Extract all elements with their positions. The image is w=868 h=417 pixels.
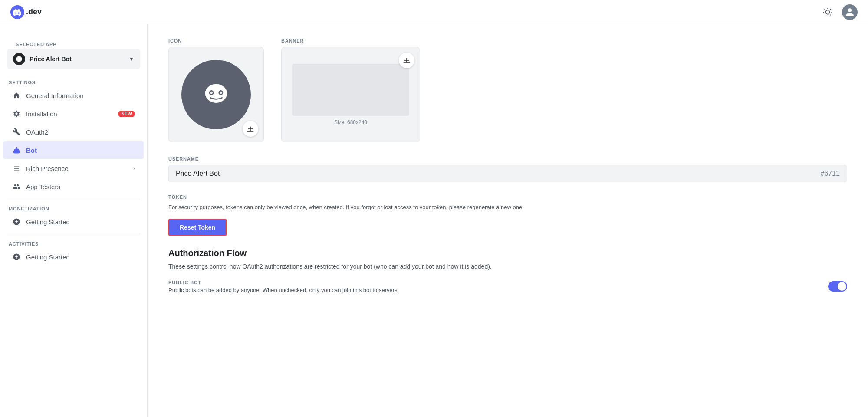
sidebar-item-apptesters-label: App Testers [26, 183, 135, 190]
sidebar-item-mon-getting-started-label: Getting Started [26, 218, 135, 226]
sidebar-item-installation[interactable]: Installation NEW [3, 105, 144, 122]
token-description: For security purposes, tokens can only b… [168, 203, 847, 212]
main-layout: SELECTED APP Price Alert Bot ▼ SETTINGS … [0, 24, 868, 417]
new-badge: NEW [118, 111, 135, 117]
logo-text: .dev [26, 7, 42, 16]
divider-2 [7, 234, 140, 234]
username-input-row: Price Alert Bot #6711 [168, 165, 847, 182]
svg-line-5 [830, 14, 831, 15]
icon-upload-button[interactable] [243, 121, 258, 137]
sidebar-item-mon-getting-started[interactable]: Getting Started [3, 213, 144, 230]
bot-icon-preview [181, 60, 251, 129]
svg-rect-21 [247, 131, 254, 132]
username-label: USERNAME [168, 156, 847, 161]
svg-rect-22 [404, 62, 410, 63]
auth-flow-section: Authorization Flow These settings contro… [168, 248, 847, 293]
svg-point-15 [210, 92, 213, 94]
token-label: TOKEN [168, 194, 847, 200]
sidebar-item-act-getting-started[interactable]: Getting Started [3, 248, 144, 266]
app-icon [13, 53, 25, 65]
plus-circle-icon-1 [12, 217, 21, 226]
bot-icon [12, 146, 21, 154]
public-bot-label-area: PUBLIC BOT Public bots can be added by a… [168, 280, 399, 293]
plus-circle-icon-2 [12, 253, 21, 261]
banner-section: BANNER Size: 680x240 [281, 38, 420, 142]
sidebar-item-installation-label: Installation [26, 110, 113, 118]
sidebar-item-apptesters[interactable]: App Testers [3, 178, 144, 195]
sidebar-item-richpresence-label: Rich Presence [26, 165, 128, 172]
user-avatar-button[interactable] [842, 4, 858, 20]
svg-point-16 [220, 92, 222, 94]
chevron-down-icon: ▼ [129, 56, 134, 62]
svg-line-9 [830, 9, 831, 9]
username-section: USERNAME Price Alert Bot #6711 [168, 156, 847, 182]
svg-rect-18 [217, 85, 220, 87]
chevron-right-icon: › [133, 165, 135, 171]
nav-right [820, 4, 858, 20]
divider-1 [7, 199, 140, 199]
svg-rect-20 [225, 91, 227, 96]
banner-upload-button[interactable] [399, 53, 414, 68]
banner-upload-box[interactable]: Size: 680x240 [281, 47, 420, 142]
gear-icon [12, 109, 21, 118]
selected-app-label: SELECTED APP [7, 38, 140, 49]
activities-label: ACTIVITIES [0, 238, 147, 248]
public-bot-toggle[interactable] [828, 281, 847, 292]
sidebar-item-general[interactable]: General Information [3, 87, 144, 104]
username-value: Price Alert Bot [176, 170, 817, 177]
top-nav: .dev [0, 0, 868, 24]
sidebar-item-bot-label: Bot [26, 147, 135, 154]
sidebar-item-oauth2-label: OAuth2 [26, 128, 135, 136]
banner-upload-icon [403, 56, 411, 64]
app-name: Price Alert Bot [30, 56, 125, 62]
icon-label: ICON [168, 38, 264, 43]
sun-icon [823, 7, 832, 17]
banner-size-text: Size: 680x240 [334, 119, 367, 125]
banner-label: BANNER [281, 38, 420, 43]
home-icon [12, 91, 21, 100]
logo[interactable]: .dev [10, 5, 42, 19]
svg-rect-17 [212, 85, 215, 87]
app-selector[interactable]: Price Alert Bot ▼ [7, 49, 140, 69]
public-bot-desc: Public bots can be added by anyone. When… [168, 287, 399, 293]
banner-preview [292, 64, 409, 116]
person-icon [12, 182, 21, 191]
username-tag: #6711 [821, 170, 840, 177]
auth-flow-title: Authorization Flow [168, 248, 847, 258]
public-bot-row: PUBLIC BOT Public bots can be added by a… [168, 280, 847, 293]
upload-icon [247, 125, 254, 133]
svg-point-10 [16, 56, 22, 62]
sidebar: SELECTED APP Price Alert Bot ▼ SETTINGS … [0, 24, 148, 417]
token-section: TOKEN For security purposes, tokens can … [168, 194, 847, 236]
sidebar-item-richpresence[interactable]: Rich Presence › [3, 160, 144, 177]
svg-point-1 [825, 10, 829, 14]
wrench-icon [12, 128, 21, 136]
monetization-label: MONETIZATION [0, 203, 147, 213]
avatar-icon [845, 7, 855, 17]
discord-bot-icon [197, 75, 236, 114]
svg-rect-19 [205, 91, 207, 96]
icon-upload-box[interactable] [168, 47, 264, 142]
reset-token-button[interactable]: Reset Token [168, 219, 227, 236]
toggle-knob [838, 282, 846, 291]
svg-line-4 [825, 9, 825, 9]
svg-point-12 [205, 84, 227, 103]
sidebar-item-oauth2[interactable]: OAuth2 [3, 123, 144, 141]
svg-line-8 [825, 14, 825, 15]
sidebar-item-general-label: General Information [26, 92, 135, 99]
sidebar-item-act-getting-started-label: Getting Started [26, 253, 135, 261]
bars-icon [12, 164, 21, 173]
media-row: ICON [168, 38, 847, 142]
discord-logo-icon [10, 5, 24, 19]
main-content: ICON [148, 24, 868, 417]
auth-flow-desc: These settings control how OAuth2 author… [168, 262, 847, 271]
selected-app-area: SELECTED APP Price Alert Bot ▼ [0, 35, 147, 76]
public-bot-label: PUBLIC BOT [168, 280, 399, 285]
theme-toggle-button[interactable] [820, 5, 835, 20]
icon-section: ICON [168, 38, 264, 142]
settings-label: SETTINGS [0, 76, 147, 87]
app-icon-svg [16, 56, 23, 62]
sidebar-item-bot[interactable]: Bot [3, 141, 144, 159]
